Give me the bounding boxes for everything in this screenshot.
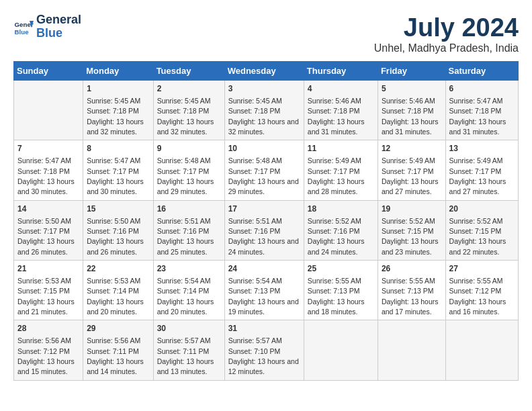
day-number: 10 (228, 143, 300, 154)
header-monday: Monday (83, 62, 153, 81)
logo: General Blue General Blue (13, 13, 81, 40)
cell-w3-d4: 25Sunrise: 5:55 AMSunset: 7:13 PMDayligh… (304, 261, 378, 320)
day-info: Sunrise: 5:57 AMSunset: 7:10 PMDaylight:… (228, 336, 299, 375)
day-number: 24 (228, 263, 300, 275)
day-number: 31 (228, 323, 300, 334)
cell-w4-d4 (304, 320, 378, 380)
cell-w3-d5: 26Sunrise: 5:55 AMSunset: 7:13 PMDayligh… (378, 261, 445, 320)
day-info: Sunrise: 5:49 AMSunset: 7:17 PMDaylight:… (449, 156, 506, 195)
cell-w0-d3: 3Sunrise: 5:45 AMSunset: 7:18 PMDaylight… (224, 81, 304, 140)
cell-w0-d5: 5Sunrise: 5:46 AMSunset: 7:18 PMDaylight… (378, 81, 445, 140)
cell-w3-d0: 21Sunrise: 5:53 AMSunset: 7:15 PMDayligh… (14, 261, 83, 320)
day-info: Sunrise: 5:56 AMSunset: 7:11 PMDaylight:… (87, 336, 144, 375)
cell-w2-d5: 19Sunrise: 5:52 AMSunset: 7:15 PMDayligh… (378, 200, 445, 260)
cell-w4-d2: 30Sunrise: 5:57 AMSunset: 7:11 PMDayligh… (153, 320, 224, 380)
day-info: Sunrise: 5:55 AMSunset: 7:13 PMDaylight:… (308, 277, 365, 316)
day-number: 6 (449, 83, 515, 95)
day-number: 4 (308, 83, 374, 95)
day-number: 16 (157, 203, 221, 215)
cell-w3-d3: 24Sunrise: 5:54 AMSunset: 7:13 PMDayligh… (224, 261, 304, 320)
cell-w3-d6: 27Sunrise: 5:55 AMSunset: 7:12 PMDayligh… (445, 261, 518, 320)
week-row-4: 21Sunrise: 5:53 AMSunset: 7:15 PMDayligh… (14, 261, 519, 320)
day-number: 18 (308, 203, 374, 215)
week-row-2: 7Sunrise: 5:47 AMSunset: 7:18 PMDaylight… (14, 140, 519, 200)
cell-w0-d2: 2Sunrise: 5:45 AMSunset: 7:18 PMDaylight… (153, 81, 224, 140)
cell-w2-d0: 14Sunrise: 5:50 AMSunset: 7:17 PMDayligh… (14, 200, 83, 260)
header-row: Sunday Monday Tuesday Wednesday Thursday… (14, 62, 519, 81)
cell-w0-d0 (14, 81, 83, 140)
day-number: 22 (87, 263, 149, 275)
day-info: Sunrise: 5:54 AMSunset: 7:14 PMDaylight:… (157, 277, 214, 316)
day-info: Sunrise: 5:48 AMSunset: 7:17 PMDaylight:… (157, 156, 214, 195)
cell-w3-d1: 22Sunrise: 5:53 AMSunset: 7:14 PMDayligh… (83, 261, 153, 320)
day-number: 30 (157, 323, 221, 334)
day-info: Sunrise: 5:47 AMSunset: 7:17 PMDaylight:… (87, 156, 144, 195)
day-number: 1 (87, 83, 149, 95)
day-number: 29 (87, 323, 149, 334)
day-info: Sunrise: 5:51 AMSunset: 7:16 PMDaylight:… (157, 217, 214, 256)
cell-w2-d3: 17Sunrise: 5:51 AMSunset: 7:16 PMDayligh… (224, 200, 304, 260)
cell-w2-d6: 20Sunrise: 5:52 AMSunset: 7:15 PMDayligh… (445, 200, 518, 260)
day-number: 20 (449, 203, 515, 215)
svg-text:Blue: Blue (15, 28, 30, 35)
day-number: 7 (17, 143, 79, 154)
day-info: Sunrise: 5:53 AMSunset: 7:15 PMDaylight:… (17, 277, 75, 316)
calendar-table: Sunday Monday Tuesday Wednesday Thursday… (13, 61, 519, 381)
day-info: Sunrise: 5:47 AMSunset: 7:18 PMDaylight:… (17, 156, 75, 195)
day-number: 28 (17, 323, 79, 334)
logo-text: General Blue (36, 13, 81, 40)
day-info: Sunrise: 5:50 AMSunset: 7:16 PMDaylight:… (87, 217, 144, 256)
day-number: 19 (382, 203, 442, 215)
day-info: Sunrise: 5:45 AMSunset: 7:18 PMDaylight:… (87, 97, 144, 136)
header-saturday: Saturday (445, 62, 518, 81)
day-number: 5 (382, 83, 442, 95)
day-number: 23 (157, 263, 221, 275)
day-number: 13 (449, 143, 515, 154)
day-info: Sunrise: 5:57 AMSunset: 7:11 PMDaylight:… (157, 336, 214, 375)
cell-w3-d2: 23Sunrise: 5:54 AMSunset: 7:14 PMDayligh… (153, 261, 224, 320)
day-number: 12 (382, 143, 442, 154)
cell-w4-d1: 29Sunrise: 5:56 AMSunset: 7:11 PMDayligh… (83, 320, 153, 380)
day-number: 15 (87, 203, 149, 215)
day-info: Sunrise: 5:56 AMSunset: 7:12 PMDaylight:… (17, 336, 75, 375)
cell-w1-d0: 7Sunrise: 5:47 AMSunset: 7:18 PMDaylight… (14, 140, 83, 200)
subtitle: Unhel, Madhya Pradesh, India (374, 42, 519, 54)
logo-icon: General Blue (13, 17, 34, 37)
day-info: Sunrise: 5:45 AMSunset: 7:18 PMDaylight:… (157, 97, 214, 136)
cell-w1-d2: 9Sunrise: 5:48 AMSunset: 7:17 PMDaylight… (153, 140, 224, 200)
cell-w1-d6: 13Sunrise: 5:49 AMSunset: 7:17 PMDayligh… (445, 140, 518, 200)
day-info: Sunrise: 5:46 AMSunset: 7:18 PMDaylight:… (382, 97, 439, 136)
day-number: 26 (382, 263, 442, 275)
day-info: Sunrise: 5:51 AMSunset: 7:16 PMDaylight:… (228, 217, 299, 256)
day-number: 25 (308, 263, 374, 275)
header-friday: Friday (378, 62, 445, 81)
day-info: Sunrise: 5:46 AMSunset: 7:18 PMDaylight:… (308, 97, 365, 136)
day-info: Sunrise: 5:48 AMSunset: 7:17 PMDaylight:… (228, 156, 299, 195)
cell-w4-d6 (445, 320, 518, 380)
header-tuesday: Tuesday (153, 62, 224, 81)
day-info: Sunrise: 5:52 AMSunset: 7:15 PMDaylight:… (382, 217, 439, 256)
cell-w2-d1: 15Sunrise: 5:50 AMSunset: 7:16 PMDayligh… (83, 200, 153, 260)
day-number: 14 (17, 203, 79, 215)
week-row-3: 14Sunrise: 5:50 AMSunset: 7:17 PMDayligh… (14, 200, 519, 260)
day-number: 27 (449, 263, 515, 275)
day-number: 17 (228, 203, 300, 215)
day-info: Sunrise: 5:55 AMSunset: 7:12 PMDaylight:… (449, 277, 506, 316)
week-row-5: 28Sunrise: 5:56 AMSunset: 7:12 PMDayligh… (14, 320, 519, 380)
main-title: July 2024 (374, 13, 519, 42)
header-sunday: Sunday (14, 62, 83, 81)
day-info: Sunrise: 5:50 AMSunset: 7:17 PMDaylight:… (17, 217, 75, 256)
cell-w1-d3: 10Sunrise: 5:48 AMSunset: 7:17 PMDayligh… (224, 140, 304, 200)
cell-w1-d5: 12Sunrise: 5:49 AMSunset: 7:17 PMDayligh… (378, 140, 445, 200)
day-number: 3 (228, 83, 300, 95)
cell-w4-d5 (378, 320, 445, 380)
cell-w2-d2: 16Sunrise: 5:51 AMSunset: 7:16 PMDayligh… (153, 200, 224, 260)
day-number: 9 (157, 143, 221, 154)
day-info: Sunrise: 5:54 AMSunset: 7:13 PMDaylight:… (228, 277, 299, 316)
day-info: Sunrise: 5:53 AMSunset: 7:14 PMDaylight:… (87, 277, 144, 316)
header-wednesday: Wednesday (224, 62, 304, 81)
header: General Blue General Blue July 2024 Unhe… (13, 13, 519, 54)
day-info: Sunrise: 5:49 AMSunset: 7:17 PMDaylight:… (382, 156, 439, 195)
day-info: Sunrise: 5:52 AMSunset: 7:15 PMDaylight:… (449, 217, 506, 256)
cell-w0-d1: 1Sunrise: 5:45 AMSunset: 7:18 PMDaylight… (83, 81, 153, 140)
